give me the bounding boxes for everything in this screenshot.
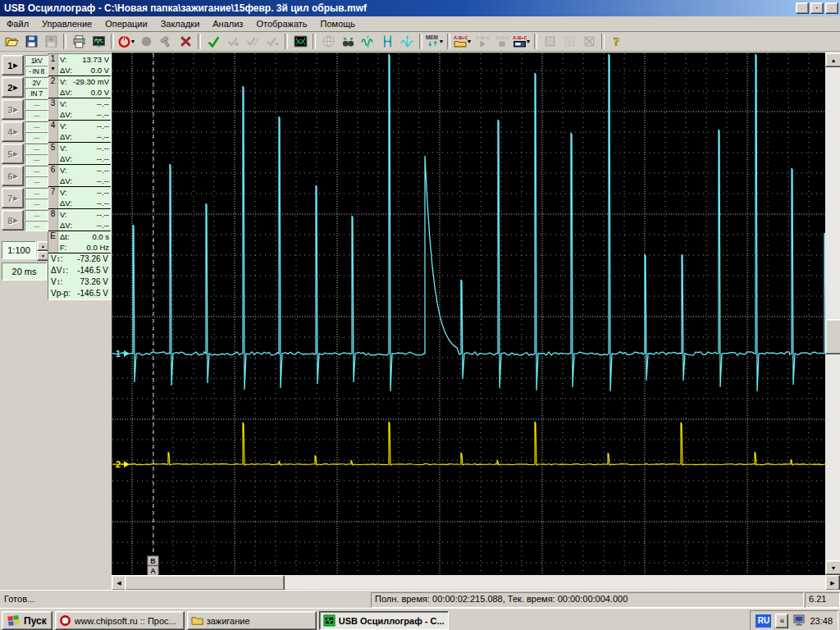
open-file-button[interactable] bbox=[2, 33, 21, 51]
version-label: 6.21 bbox=[805, 592, 840, 608]
channel-range-label[interactable]: --- bbox=[25, 210, 48, 221]
dropdown-icon[interactable]: ▼ bbox=[526, 39, 532, 44]
fit-signal-button[interactable] bbox=[358, 33, 377, 51]
measurement-panel: 1▼V:13.73 VΔV:0.0 V2V:-29.30 mVΔV:0.0 V3… bbox=[48, 53, 112, 300]
channel-3-button[interactable]: 3▶ bbox=[2, 99, 24, 120]
scroll-right-icon[interactable]: ▶ bbox=[825, 575, 840, 591]
channel-7-button[interactable]: 7▶ bbox=[2, 188, 24, 208]
abc-open-button[interactable]: A:B+C▼ bbox=[453, 33, 472, 51]
channel-1-button[interactable]: 1▶ bbox=[2, 55, 24, 75]
memory-button[interactable]: MEM▼ bbox=[425, 33, 445, 51]
channel-range-label[interactable]: 1kV bbox=[25, 55, 48, 66]
check-apply-icon bbox=[207, 34, 221, 48]
probe-ratio-value[interactable]: 1:100 bbox=[2, 241, 36, 259]
channel-marker-label[interactable]: 2 bbox=[116, 459, 121, 469]
abc-record-button: A:B+C bbox=[492, 33, 512, 51]
horizontal-scroll-thumb[interactable] bbox=[125, 575, 285, 591]
channel-5-button[interactable]: 5▶ bbox=[2, 144, 24, 164]
timebase-value[interactable]: 20 ms bbox=[2, 262, 47, 281]
channel-range-label[interactable]: --- bbox=[25, 166, 48, 176]
cursor-track-button[interactable] bbox=[397, 33, 417, 51]
channel-input-label[interactable]: --- bbox=[25, 176, 48, 187]
channel-range-label[interactable]: 2V bbox=[25, 77, 48, 88]
channel-input-label[interactable]: --- bbox=[25, 199, 48, 209]
svg-text:A:B+C: A:B+C bbox=[513, 35, 527, 40]
oscilloscope-display[interactable]: BA21 bbox=[112, 52, 826, 576]
start-button[interactable]: Пуск bbox=[2, 611, 52, 630]
power-button[interactable]: ▼ bbox=[116, 33, 136, 51]
channel-input-label[interactable]: IN 7 bbox=[25, 88, 48, 98]
memory-icon: MEM bbox=[426, 34, 440, 48]
menu-1[interactable]: Файл bbox=[0, 17, 35, 30]
channel-6-button[interactable]: 6▶ bbox=[2, 166, 24, 186]
menu-4[interactable]: Закладки bbox=[154, 17, 207, 30]
channel-range-label[interactable]: --- bbox=[25, 99, 48, 110]
vertical-scrollbar[interactable]: ▲ ▼ bbox=[825, 52, 840, 575]
cursor-measure-1: V↕:-73.26 V bbox=[48, 253, 111, 265]
dropdown-icon[interactable]: ▼ bbox=[439, 39, 445, 44]
xy-mode-button[interactable] bbox=[290, 33, 310, 51]
taskbar-button-1[interactable]: www.chipsoft.ru :: Прос... bbox=[55, 611, 185, 630]
channel-number: 5 bbox=[48, 143, 58, 164]
channel-range-label[interactable]: --- bbox=[25, 144, 48, 154]
channel-2-button[interactable]: 2▶ bbox=[2, 77, 24, 98]
search-signal-button[interactable] bbox=[338, 33, 358, 51]
channel-input-label[interactable]: --- bbox=[25, 110, 48, 121]
channel-marker-arrow-icon[interactable] bbox=[124, 461, 130, 468]
menu-6[interactable]: Отображать bbox=[249, 17, 313, 30]
dv-value: --.-- bbox=[97, 176, 109, 185]
save-file-button[interactable] bbox=[21, 33, 41, 51]
help-button[interactable]: ? bbox=[607, 33, 627, 51]
channel-8-button[interactable]: 8▶ bbox=[2, 210, 24, 231]
taskbar-button-2[interactable]: зажигание bbox=[187, 611, 317, 630]
channel-range-label[interactable]: --- bbox=[25, 188, 48, 199]
toolbar-separator bbox=[111, 34, 114, 49]
channel-range-label[interactable]: --- bbox=[25, 121, 48, 132]
v-value: --.-- bbox=[97, 210, 109, 219]
dv-label: ΔV: bbox=[60, 110, 72, 119]
select-pattern-button bbox=[559, 33, 579, 51]
language-indicator[interactable]: RU bbox=[756, 614, 771, 628]
menu-3[interactable]: Операции bbox=[98, 17, 153, 30]
v-value: 13.73 V bbox=[82, 55, 109, 64]
v-label: V: bbox=[60, 188, 67, 197]
channel-input-label[interactable]: --- bbox=[25, 154, 48, 165]
dropdown-icon[interactable]: ▼ bbox=[467, 39, 472, 44]
check-apply-button[interactable] bbox=[203, 33, 223, 51]
channel-input-label[interactable]: --- bbox=[25, 132, 48, 143]
monitor-icon[interactable] bbox=[792, 614, 806, 628]
menu-5[interactable]: Анализ bbox=[206, 17, 249, 30]
menu-2[interactable]: Управление bbox=[35, 17, 98, 30]
print-button[interactable] bbox=[69, 33, 89, 51]
tray-chevron-icon[interactable]: « bbox=[775, 614, 788, 628]
scroll-up-icon[interactable]: ▲ bbox=[825, 52, 840, 67]
channel-marker-label[interactable]: 1 bbox=[116, 349, 121, 358]
menu-7[interactable]: Помощь bbox=[314, 17, 363, 30]
cursor-flag-label: B bbox=[150, 557, 156, 565]
restore-button[interactable] bbox=[810, 2, 824, 14]
toolbar-separator bbox=[419, 34, 422, 49]
delete-marks-button[interactable] bbox=[176, 33, 195, 51]
channel-marker-arrow-icon[interactable] bbox=[124, 350, 130, 357]
display-settings-button[interactable] bbox=[89, 33, 108, 51]
minimize-button[interactable] bbox=[796, 2, 809, 14]
waveform-canvas: BA21 bbox=[112, 53, 826, 576]
horizontal-scrollbar[interactable]: ◀ ▶ bbox=[112, 575, 840, 589]
channel-input-label[interactable]: --- bbox=[25, 221, 48, 231]
toolbar-separator bbox=[198, 34, 201, 49]
channel-4-button[interactable]: 4▶ bbox=[2, 121, 24, 142]
channel-input-label[interactable]: - IN 8 bbox=[25, 66, 48, 76]
scroll-down-icon[interactable]: ▼ bbox=[825, 560, 840, 575]
taskbar-button-3[interactable]: USB Осциллограф - C... bbox=[319, 611, 449, 630]
vertical-scroll-thumb[interactable] bbox=[825, 319, 840, 354]
dv-value: --.-- bbox=[97, 132, 109, 141]
channel-row-8: 8▶------ bbox=[2, 210, 48, 231]
task-label: зажигание bbox=[207, 616, 250, 626]
task-label: USB Осциллограф - C... bbox=[339, 616, 445, 626]
dropdown-icon[interactable]: ▼ bbox=[130, 39, 136, 44]
close-button[interactable] bbox=[825, 2, 838, 14]
abc-panel-button[interactable]: A:B+C▼ bbox=[512, 33, 532, 51]
cursor-measure-button[interactable] bbox=[377, 33, 397, 51]
dv-label: ΔV: bbox=[60, 221, 72, 230]
toolbar: ▼MEM▼A:B+C▼A:B+CA:B+CA:B+C▼? bbox=[0, 32, 840, 52]
